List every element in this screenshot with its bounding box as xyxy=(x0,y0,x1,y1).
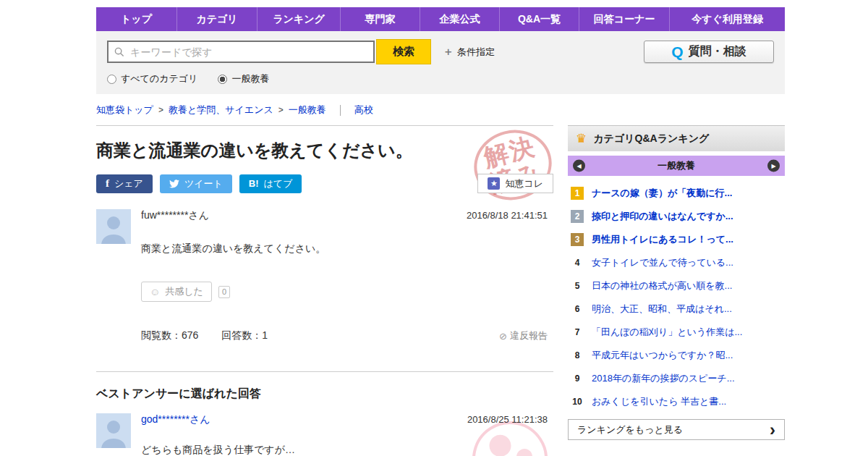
twitter-icon xyxy=(169,180,179,188)
rank-badge: 10 xyxy=(571,395,584,408)
star-icon: ★ xyxy=(488,177,500,190)
nav-item-experts[interactable]: 専門家 xyxy=(340,7,420,31)
radio-current-category[interactable]: 一般教養 xyxy=(218,72,269,85)
search-box xyxy=(107,41,375,63)
nav-item-top[interactable]: トップ xyxy=(96,7,176,31)
breadcrumb-link-home[interactable]: 知恵袋トップ xyxy=(96,104,153,117)
top-navigation: トップ カテゴリ ランキング 専門家 企業公式 Q&A一覧 回答コーナー 今すぐ… xyxy=(96,7,785,31)
rank-badge: 2 xyxy=(571,210,584,223)
breadcrumb-separator: > xyxy=(278,105,284,115)
ranking-link[interactable]: 捺印と押印の違いはなんですか... xyxy=(592,210,733,223)
nav-item-label: 回答コーナー xyxy=(594,13,655,26)
ranking-more-label: ランキングをもっと見る xyxy=(577,423,683,436)
rank-badge: 4 xyxy=(571,256,584,269)
ranking-item[interactable]: 2 捺印と押印の違いはなんですか... xyxy=(568,205,785,228)
facebook-share-button[interactable]: f シェア xyxy=(96,174,153,193)
rank-badge: 7 xyxy=(571,326,584,339)
breadcrumb-link-parent-category[interactable]: 教養と学問、サイエンス xyxy=(169,104,273,117)
ranking-link[interactable]: 日本の神社の格式が高い順を教... xyxy=(592,279,732,292)
ranking-item[interactable]: 10 おみくじを引いたら 半吉と書... xyxy=(568,390,785,413)
ranking-item[interactable]: 5 日本の神社の格式が高い順を教... xyxy=(568,274,785,297)
crown-icon: ♛ xyxy=(576,132,587,145)
ranking-link[interactable]: 平成元年はいつからですか？昭... xyxy=(592,349,733,362)
report-violation-link[interactable]: ⊘ 違反報告 xyxy=(499,329,548,342)
chiecolle-label: 知恵コレ xyxy=(505,177,543,190)
ranking-link[interactable]: おみくじを引いたら 半吉と書... xyxy=(592,395,726,408)
ranking-item[interactable]: 4 女子トイレで並んで待っている... xyxy=(568,251,785,274)
radio-current-category-label: 一般教養 xyxy=(231,72,269,85)
ranking-item[interactable]: 3 男性用トイレにあるコレ！って... xyxy=(568,228,785,251)
advanced-filter-link[interactable]: ＋ 条件指定 xyxy=(443,45,495,59)
plus-icon: ＋ xyxy=(443,45,454,59)
answerer-avatar[interactable] xyxy=(96,413,131,448)
answer-body: どちらも商品を扱う仕事ですが… xyxy=(141,444,553,456)
twitter-share-label: ツイート xyxy=(184,177,223,190)
answerer-name[interactable]: god********さん xyxy=(141,413,210,426)
ranking-link[interactable]: 明治、大正、昭和、平成はそれ... xyxy=(592,303,732,316)
ranking-link[interactable]: 女子トイレで並んで待っている... xyxy=(592,256,733,269)
nav-item-label: Q&A一覧 xyxy=(518,13,561,26)
smiley-icon: ☺ xyxy=(150,286,160,297)
question-panel: 解決 済み 商業と流通業の違いを教えてください。 f シェア ツイート B! は xyxy=(96,125,553,456)
ranking-item[interactable]: 6 明治、大正、昭和、平成はそれ... xyxy=(568,297,785,321)
hatena-icon: B! xyxy=(249,178,259,189)
search-area: 検索 ＋ 条件指定 Q 質問・相談 すべてのカテゴリ 一般教養 xyxy=(96,31,785,94)
radio-all-categories-input[interactable] xyxy=(107,75,116,84)
ask-question-button[interactable]: Q 質問・相談 xyxy=(644,41,774,63)
ranking-list: 1 ナースの嫁（妻）が「夜勤に行... 2 捺印と押印の違いはなんですか... … xyxy=(568,182,785,413)
nav-item-label: トップ xyxy=(121,13,152,26)
breadcrumb-link-highschool[interactable]: 高校 xyxy=(354,104,373,117)
ranking-item[interactable]: 1 ナースの嫁（妻）が「夜勤に行... xyxy=(568,182,785,205)
rank-badge: 5 xyxy=(571,279,584,292)
nav-item-category[interactable]: カテゴリ xyxy=(176,7,257,31)
search-scope-options: すべてのカテゴリ 一般教養 xyxy=(107,72,774,85)
chiecolle-button[interactable]: ★ 知恵コレ xyxy=(477,174,553,193)
best-answer-post: god********さん 2016/8/25 11:21:38 どちらも商品を… xyxy=(96,413,553,456)
sympathy-count: 0 xyxy=(218,286,230,298)
ranking-item[interactable]: 8 平成元年はいつからですか？昭... xyxy=(568,344,785,367)
report-violation-label: 違反報告 xyxy=(510,329,548,342)
page: トップ カテゴリ ランキング 専門家 企業公式 Q&A一覧 回答コーナー 今すぐ… xyxy=(96,7,785,456)
nav-item-official[interactable]: 企業公式 xyxy=(420,7,499,31)
hatena-share-label: はてブ xyxy=(264,177,293,190)
nav-item-label: カテゴリ xyxy=(196,13,237,26)
nav-item-register[interactable]: 今すぐ利用登録 xyxy=(669,7,785,31)
search-input[interactable] xyxy=(129,46,367,59)
nav-item-ranking[interactable]: ランキング xyxy=(257,7,340,31)
questioner-name[interactable]: fuw********さん xyxy=(141,209,209,222)
breadcrumb-link-category[interactable]: 一般教養 xyxy=(289,104,326,117)
twitter-share-button[interactable]: ツイート xyxy=(160,174,232,193)
next-category-button[interactable]: ▶ xyxy=(767,160,780,172)
rank-badge: 1 xyxy=(571,187,584,200)
radio-all-categories[interactable]: すべてのカテゴリ xyxy=(107,72,197,85)
ranking-link[interactable]: 「田んぼの稲刈り」という作業は... xyxy=(592,326,742,339)
arrow-right-icon: ▶ xyxy=(771,163,775,169)
ranking-item[interactable]: 9 2018年の新年の挨拶のスピーチ... xyxy=(568,367,785,390)
rank-badge: 8 xyxy=(571,349,584,362)
sympathy-button[interactable]: ☺ 共感した xyxy=(141,282,212,302)
advanced-filter-label: 条件指定 xyxy=(457,46,495,59)
answer-count: 回答数：1 xyxy=(221,329,268,342)
best-answer-heading: ベストアンサーに選ばれた回答 xyxy=(96,387,553,402)
radio-current-category-input[interactable] xyxy=(218,75,227,84)
ranking-link[interactable]: 男性用トイレにあるコレ！って... xyxy=(592,233,733,246)
prev-category-button[interactable]: ◀ xyxy=(573,160,585,172)
rank-badge: 6 xyxy=(571,303,584,316)
rank-badge: 9 xyxy=(571,372,584,385)
ranking-category-label: 一般教養 xyxy=(658,159,695,172)
arrow-left-icon: ◀ xyxy=(576,163,581,169)
ranking-link[interactable]: ナースの嫁（妻）が「夜勤に行... xyxy=(592,187,732,200)
ranking-link[interactable]: 2018年の新年の挨拶のスピーチ... xyxy=(592,372,735,385)
section-divider xyxy=(96,371,553,372)
search-button[interactable]: 検索 xyxy=(376,39,431,64)
ranking-more-button[interactable]: ランキングをもっと見る › xyxy=(568,419,785,440)
hatena-share-button[interactable]: B! はてブ xyxy=(239,174,302,193)
questioner-avatar[interactable] xyxy=(96,209,131,244)
question-title: 商業と流通業の違いを教えてください。 xyxy=(96,139,553,162)
question-post: fuw********さん 2016/8/18 21:41:51 商業と流通業の… xyxy=(96,209,553,342)
nav-item-label: 今すぐ利用登録 xyxy=(692,13,763,26)
nav-item-qa-list[interactable]: Q&A一覧 xyxy=(499,7,579,31)
ranking-item[interactable]: 7 「田んぼの稲刈り」という作業は... xyxy=(568,321,785,344)
chevron-right-icon: › xyxy=(770,423,775,436)
nav-item-answer-corner[interactable]: 回答コーナー xyxy=(579,7,669,31)
